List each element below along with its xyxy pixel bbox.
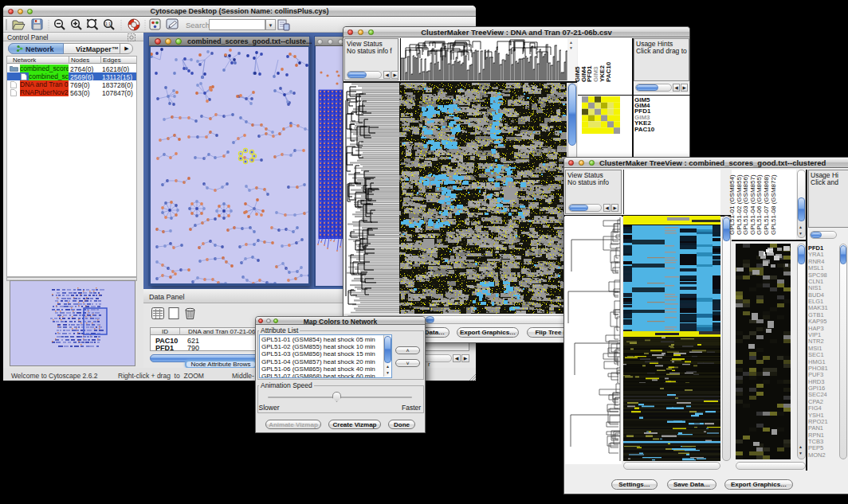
svg-text:1:1: 1:1 bbox=[105, 21, 111, 26]
